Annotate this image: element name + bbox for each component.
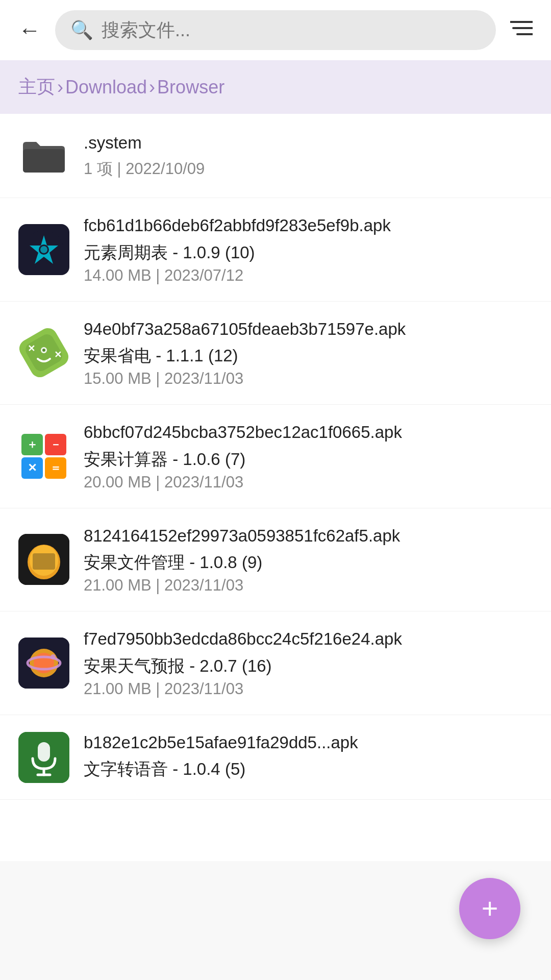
file-meta: 14.00 MB | 2023/07/12 <box>84 266 533 285</box>
file-app-name: 安果天气预报 - 2.0.7 (16) <box>84 655 533 678</box>
list-item[interactable]: 8124164152ef29973a0593851fc62af5.apk 安果文… <box>0 508 551 612</box>
file-meta: 21.00 MB | 2023/11/03 <box>84 576 533 595</box>
breadcrumb-download[interactable]: Download <box>65 77 147 98</box>
svg-text:✕: ✕ <box>54 350 62 360</box>
svg-point-22 <box>51 654 56 659</box>
svg-rect-17 <box>33 553 55 570</box>
list-item[interactable]: .system 1 项 | 2022/10/09 <box>0 114 551 198</box>
back-button[interactable]: ← <box>14 15 45 45</box>
svg-rect-24 <box>38 742 50 762</box>
breadcrumb: 主页 › Download › Browser <box>0 60 551 114</box>
file-meta: 1 项 | 2022/10/09 <box>84 158 533 180</box>
file-info: 8124164152ef29973a0593851fc62af5.apk 安果文… <box>84 525 533 595</box>
file-info: fcb61d1b66deb6f2abbfd9f283e5ef9b.apk 元素周… <box>84 214 533 285</box>
file-app-name: 元素周期表 - 1.0.9 (10) <box>84 241 533 264</box>
file-app-name: 安果省电 - 1.1.1 (12) <box>84 345 533 368</box>
file-app-name: 安果计算器 - 1.0.6 (7) <box>84 448 533 471</box>
file-name: .system <box>84 132 533 155</box>
file-name: fcb61d1b66deb6f2abbfd9f283e5ef9b.apk <box>84 214 533 237</box>
search-input[interactable] <box>102 19 481 41</box>
weather-app-icon <box>18 638 69 689</box>
fab-button[interactable]: + <box>459 878 520 939</box>
file-app-name: 文字转语音 - 1.0.4 (5) <box>84 758 533 781</box>
file-name: f7ed7950bb3edcda86bcc24c5f216e24.apk <box>84 628 533 651</box>
svg-text:✕: ✕ <box>28 344 35 354</box>
svg-point-7 <box>40 246 47 253</box>
file-meta: 20.00 MB | 2023/11/03 <box>84 473 533 492</box>
battery-app-icon: ✕ ✕ <box>18 327 69 378</box>
list-item[interactable]: ＋ － ✕ ＝ 6bbcf07d245bcba3752bec12ac1f0665… <box>0 405 551 508</box>
search-icon: 🔍 <box>70 19 93 41</box>
breadcrumb-sep-1: › <box>57 77 63 98</box>
file-meta: 15.00 MB | 2023/11/03 <box>84 370 533 388</box>
svg-point-11 <box>42 349 45 352</box>
breadcrumb-sep-2: › <box>149 77 155 98</box>
file-info: f7ed7950bb3edcda86bcc24c5f216e24.apk 安果天… <box>84 628 533 698</box>
file-name: b182e1c2b5e15afae91fa29dd5...apk <box>84 731 533 754</box>
breadcrumb-browser[interactable]: Browser <box>157 77 224 98</box>
files-app-icon <box>18 534 69 585</box>
file-name: 94e0bf73a258a67105fdeaeb3b71597e.apk <box>84 318 533 341</box>
file-list: .system 1 项 | 2022/10/09 fcb61d1b66deb6f… <box>0 114 551 861</box>
star-app-icon <box>18 224 69 275</box>
list-item[interactable]: b182e1c2b5e15afae91fa29dd5...apk 文字转语音 -… <box>0 715 551 800</box>
list-item[interactable]: f7ed7950bb3edcda86bcc24c5f216e24.apk 安果天… <box>0 611 551 715</box>
file-name: 8124164152ef29973a0593851fc62af5.apk <box>84 525 533 548</box>
sort-button[interactable] <box>506 15 537 45</box>
list-item[interactable]: fcb61d1b66deb6f2abbfd9f283e5ef9b.apk 元素周… <box>0 198 551 302</box>
file-meta: 21.00 MB | 2023/11/03 <box>84 680 533 698</box>
header: ← 🔍 <box>0 0 551 60</box>
calc-times: ✕ <box>21 457 43 479</box>
file-info: b182e1c2b5e15afae91fa29dd5...apk 文字转语音 -… <box>84 731 533 783</box>
back-icon: ← <box>18 19 41 41</box>
fab-plus-icon: + <box>482 894 498 923</box>
file-info: .system 1 项 | 2022/10/09 <box>84 132 533 180</box>
breadcrumb-home[interactable]: 主页 <box>18 75 55 100</box>
folder-icon <box>18 130 69 181</box>
calculator-app-icon: ＋ － ✕ ＝ <box>18 431 69 482</box>
svg-rect-3 <box>23 149 65 173</box>
search-bar[interactable]: 🔍 <box>55 10 496 50</box>
calc-minus: － <box>45 434 66 455</box>
file-name: 6bbcf07d245bcba3752bec12ac1f0665.apk <box>84 421 533 444</box>
list-item[interactable]: ✕ ✕ 94e0bf73a258a67105fdeaeb3b71597e.apk… <box>0 302 551 405</box>
file-info: 94e0bf73a258a67105fdeaeb3b71597e.apk 安果省… <box>84 318 533 388</box>
mic-app-icon <box>18 732 69 783</box>
file-app-name: 安果文件管理 - 1.0.8 (9) <box>84 551 533 574</box>
sort-icon <box>510 19 533 42</box>
calc-plus: ＋ <box>21 434 43 455</box>
calc-eq: ＝ <box>45 457 66 479</box>
file-info: 6bbcf07d245bcba3752bec12ac1f0665.apk 安果计… <box>84 421 533 492</box>
